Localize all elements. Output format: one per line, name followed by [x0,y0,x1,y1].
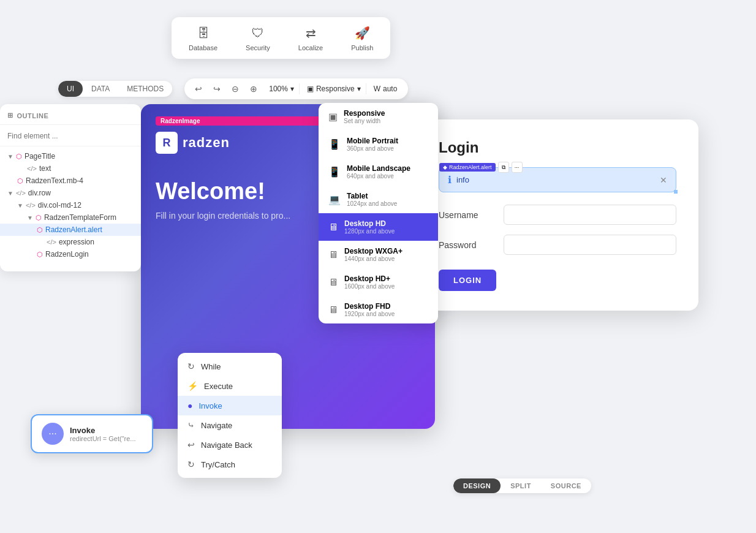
tree-item-pagetitle[interactable]: ▼ ⬡ PageTitle [0,150,141,162]
tab-group: UI DATA METHODS [58,81,172,97]
alert-close-button[interactable]: ✕ [660,175,667,185]
username-row: Username [439,205,676,225]
responsive-select[interactable]: ▣ Responsive ▾ [302,83,366,94]
menu-trycatch[interactable]: ↻ Try/Catch [178,455,282,474]
trycatch-icon: ↻ [187,459,195,469]
editor-toolbar: ↩ ↪ ⊖ ⊕ 100% ▾ ▣ Responsive ▾ W auto [184,78,408,99]
resp-desktop-fhd[interactable]: 🖥 Desktop FHD 1920px and above [319,296,438,323]
zoom-in-button[interactable]: ⊕ [246,81,262,97]
alert-resize-handle[interactable] [674,190,678,194]
menu-execute[interactable]: ⚡ Execute [178,376,282,396]
mobile-portrait-icon: 📱 [328,138,341,150]
outline-search[interactable] [0,125,141,146]
tab-data[interactable]: DATA [83,81,118,97]
alert-bar: ◆ RadzenAlert.alert ⧉ ··· ℹ info ✕ [439,167,676,192]
outline-tree: ▼ ⬡ PageTitle </> text ⬡ RadzenText.mb-4… [0,146,141,264]
menu-invoke-label: Invoke [198,401,222,410]
search-input[interactable] [7,132,134,140]
zoom-out-button[interactable]: ⊖ [227,81,243,97]
info-icon: ℹ [448,174,452,186]
tab-methods[interactable]: METHODS [118,81,172,97]
execute-icon: ⚡ [187,381,198,391]
menu-navigate-label: Navigate [201,421,232,430]
menu-navigate[interactable]: ⤷ Navigate [178,415,282,435]
while-icon: ↻ [187,361,195,371]
zoom-display[interactable]: 100% ▾ [264,83,300,94]
source-tab[interactable]: SOURCE [541,478,591,493]
login-panel: Login ◆ RadzenAlert.alert ⧉ ··· ℹ info ✕… [417,119,698,311]
outline-icon: ⊞ [7,112,13,119]
desktop-fhd-icon: 🖥 [328,304,338,316]
tree-item-radzenalert[interactable]: ⬡ RadzenAlert.alert [0,224,141,236]
menu-navigate-back[interactable]: ↩ Navigate Back [178,435,282,455]
toolbar-localize-label: Localize [298,44,323,51]
tree-item-templateform[interactable]: ▼ ⬡ RadzenTemplateForm [0,211,141,224]
resp-tablet[interactable]: 💻 Tablet 1024px and above [319,186,438,213]
menu-while[interactable]: ↻ While [178,357,282,376]
security-icon: 🛡 [249,25,266,42]
resp-responsive[interactable]: ▣ Responsive Set any width [319,103,438,130]
resp-desktop-hdplus[interactable]: 🖥 Desktop HD+ 1600px and above [319,268,438,296]
alert-tag: ◆ RadzenAlert.alert ⧉ ··· [439,162,523,173]
menu-navigate-back-label: Navigate Back [201,440,252,450]
undo-button[interactable]: ↩ [191,81,206,97]
menu-invoke[interactable]: ● Invoke [178,396,282,415]
top-toolbar: 🗄 Database 🛡 Security ⇄ Localize 🚀 Publi… [172,17,390,59]
toolbar-security[interactable]: 🛡 Security [241,22,275,54]
tab-ui[interactable]: UI [58,81,83,97]
navigate-back-icon: ↩ [187,440,195,450]
responsive-dropdown: ▣ Responsive Set any width 📱 Mobile Port… [319,103,438,323]
design-tab[interactable]: DESIGN [453,478,501,493]
invoke-icon: ··· [42,423,64,445]
username-label: Username [439,210,494,220]
menu-while-label: While [201,362,221,371]
tree-item-expression[interactable]: </> expression [0,236,141,248]
mobile-landscape-icon: 📱 [328,166,341,178]
navigate-icon: ⤷ [187,420,195,430]
tree-item-text[interactable]: </> text [0,162,141,175]
alert-copy-button[interactable]: ⧉ [498,162,509,173]
outline-panel: ⊞ OUTLINE ▼ ⬡ PageTitle </> text ⬡ Radze… [0,104,141,271]
width-display: W auto [369,83,403,94]
database-icon: 🗄 [195,25,212,42]
invoke-subtitle: redirectUrl = Get("re... [70,435,136,442]
tree-item-colmd12[interactable]: ▼ </> div.col-md-12 [0,199,141,211]
resp-desktop-hd[interactable]: 🖥 Desktop HD 1280px and above [319,213,438,241]
split-tab[interactable]: SPLIT [501,478,541,493]
menu-execute-label: Execute [204,382,233,391]
secondary-toolbar: UI DATA METHODS ↩ ↪ ⊖ ⊕ 100% ▾ ▣ Respons… [58,78,408,99]
alert-more-button[interactable]: ··· [512,162,523,173]
outline-header: ⊞ OUTLINE [0,112,141,125]
toolbar-database[interactable]: 🗄 Database [184,22,222,54]
resp-desktop-wxga[interactable]: 🖥 Desktop WXGA+ 1440px and above [319,241,438,268]
toolbar-publish-label: Publish [351,44,373,51]
invoke-card: ··· Invoke redirectUrl = Get("re... [31,414,153,453]
toolbar-localize[interactable]: ⇄ Localize [293,22,328,54]
resp-mobile-portrait[interactable]: 📱 Mobile Portrait 360px and above [319,130,438,158]
toolbar-publish[interactable]: 🚀 Publish [346,22,378,54]
tablet-icon: 💻 [328,194,341,205]
password-input[interactable] [504,235,676,255]
tree-item-divrow[interactable]: ▼ </> div.row [0,187,141,199]
toolbar-security-label: Security [246,44,270,51]
desktop-hdplus-icon: 🖥 [328,277,338,288]
desktop-hd-icon: 🖥 [328,222,338,233]
resp-mobile-landscape[interactable]: 📱 Mobile Landscape 640px and above [319,158,438,186]
password-label: Password [439,240,494,250]
alert-tag-badge: ◆ RadzenAlert.alert [439,163,496,172]
login-button[interactable]: LOGIN [439,270,496,291]
toolbar-database-label: Database [189,44,217,51]
login-title: Login [439,139,676,156]
radzen-logo-text: radzen [183,135,230,151]
invoke-title: Invoke [70,426,136,435]
alert-text: info [456,175,655,184]
tree-item-radzenlogin[interactable]: ⬡ RadzenLogin [0,248,141,260]
desktop-wxga-icon: 🖥 [328,249,338,260]
invoke-menu-icon: ● [187,401,192,410]
username-input[interactable] [504,205,676,225]
redo-button[interactable]: ↪ [209,81,225,97]
menu-trycatch-label: Try/Catch [201,460,235,469]
publish-icon: 🚀 [353,25,371,42]
tree-item-radzentext[interactable]: ⬡ RadzenText.mb-4 [0,175,141,187]
responsive-icon: ▣ [328,111,338,123]
